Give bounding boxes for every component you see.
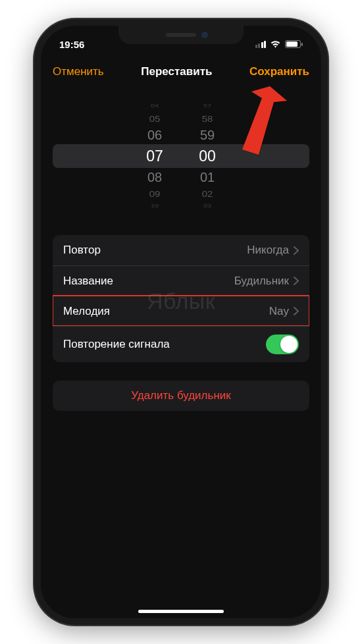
phone-frame: 19:56 Отменить Переставить Сохранить	[34, 19, 328, 625]
phone-screen: 19:56 Отменить Переставить Сохранить	[41, 26, 321, 618]
picker-row: 58	[193, 113, 222, 125]
repeat-row[interactable]: Повтор Никогда	[53, 235, 309, 265]
picker-row: 10	[140, 203, 169, 209]
wifi-icon	[270, 40, 281, 48]
sound-label: Мелодия	[63, 305, 110, 318]
alarm-settings-group: Яблык Повтор Никогда Название Будильник …	[53, 235, 309, 362]
snooze-row: Повторение сигнала	[53, 326, 309, 362]
picker-row: 06	[140, 126, 169, 144]
picker-row: 08	[140, 168, 169, 186]
repeat-label: Повтор	[63, 244, 101, 257]
battery-icon	[285, 40, 303, 48]
page-title: Переставить	[141, 65, 212, 78]
picker-row: 01	[193, 168, 222, 186]
picker-row: 04	[140, 103, 169, 109]
picker-row: 09	[140, 188, 169, 200]
picker-row: 05	[140, 113, 169, 125]
repeat-value: Никогда	[247, 244, 289, 257]
chevron-right-icon	[294, 277, 299, 285]
toggle-knob	[280, 336, 297, 353]
picker-row: 03	[193, 203, 222, 209]
name-label: Название	[63, 275, 113, 288]
snooze-label: Повторение сигнала	[63, 338, 170, 351]
minute-picker-column[interactable]: 57 58 59 00 01 02 03	[193, 90, 222, 222]
snooze-toggle[interactable]	[266, 335, 299, 354]
cellular-signal-icon	[254, 41, 266, 48]
chevron-right-icon	[294, 246, 299, 255]
picker-selected-hour: 07	[140, 144, 169, 168]
chevron-right-icon	[294, 307, 299, 315]
sound-value: Nay	[269, 305, 289, 318]
cancel-button[interactable]: Отменить	[53, 65, 104, 78]
navigation-bar: Отменить Переставить Сохранить	[41, 59, 321, 85]
name-value: Будильник	[234, 275, 289, 288]
picker-row: 59	[193, 126, 222, 144]
name-row[interactable]: Название Будильник	[53, 265, 309, 296]
home-indicator[interactable]	[138, 610, 224, 613]
save-button[interactable]: Сохранить	[249, 65, 309, 78]
picker-row: 02	[193, 188, 222, 200]
status-indicators	[254, 40, 303, 48]
status-time: 19:56	[59, 39, 84, 50]
sound-row[interactable]: Мелодия Nay	[53, 296, 309, 326]
picker-row: 57	[193, 103, 222, 109]
front-camera-icon	[201, 32, 208, 38]
picker-selected-minute: 00	[193, 144, 222, 168]
hour-picker-column[interactable]: 04 05 06 07 08 09 10	[140, 90, 169, 222]
delete-alarm-button[interactable]: Удалить будильник	[53, 381, 309, 411]
time-picker[interactable]: 04 05 06 07 08 09 10 57 58 59 00 01 02 0…	[53, 90, 309, 222]
notch	[118, 26, 244, 44]
speaker-grille	[166, 33, 196, 37]
